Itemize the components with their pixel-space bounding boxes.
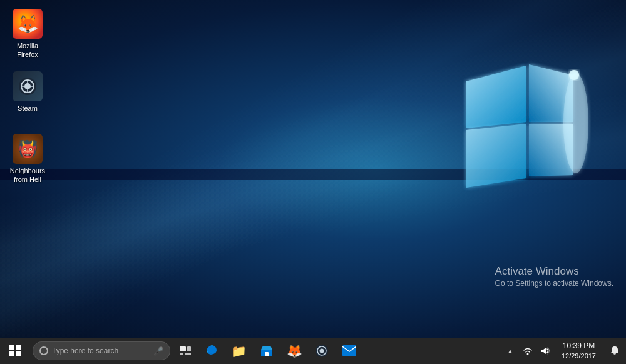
nfh-label: Neighbours from Hell	[5, 166, 50, 185]
windows-start-icon	[9, 345, 21, 356]
svg-marker-0	[466, 66, 526, 128]
pinned-steam[interactable]	[308, 338, 336, 364]
svg-rect-16	[187, 346, 191, 351]
svg-rect-24	[342, 345, 356, 356]
svg-rect-18	[185, 353, 191, 355]
steam-taskbar-icon	[315, 344, 329, 358]
activate-windows-watermark: Activate Windows Go to Settings to activ…	[495, 265, 613, 288]
steam-icon	[13, 71, 43, 101]
mail-icon	[342, 345, 356, 356]
svg-point-25	[526, 353, 528, 355]
firefox-taskbar-icon: 🦊	[287, 343, 302, 358]
nfh-icon: 👹	[13, 134, 43, 164]
start-button[interactable]	[0, 338, 30, 364]
task-view-button[interactable]	[173, 338, 198, 364]
microphone-icon: 🎤	[153, 346, 163, 356]
pinned-mail[interactable]	[336, 338, 363, 364]
clock[interactable]: 10:39 PM 12/29/2017	[554, 338, 603, 364]
desktop-icon-firefox[interactable]: Mozilla Firefox	[5, 6, 50, 62]
svg-rect-12	[16, 345, 21, 350]
svg-rect-13	[9, 351, 14, 356]
activate-title: Activate Windows	[495, 265, 613, 278]
desktop-icon-neighbours-from-hell[interactable]: 👹 Neighbours from Hell	[3, 131, 53, 187]
desktop: Mozilla Firefox Steam 👹 Neighbours from …	[0, 0, 626, 338]
volume-icon[interactable]	[536, 338, 554, 364]
steam-label: Steam	[18, 104, 38, 113]
svg-rect-14	[16, 351, 21, 356]
firefox-icon	[13, 9, 43, 39]
edge-icon	[205, 344, 218, 358]
svg-point-23	[320, 349, 324, 353]
pinned-edge[interactable]	[198, 338, 225, 364]
svg-point-4	[563, 73, 588, 173]
search-icon	[39, 346, 48, 355]
tray-overflow-button[interactable]: ▲	[501, 338, 519, 364]
desktop-icon-steam[interactable]: Steam	[5, 69, 50, 115]
network-icon[interactable]	[519, 338, 536, 364]
notification-button[interactable]	[603, 338, 626, 364]
notification-icon	[610, 346, 620, 356]
svg-marker-2	[466, 124, 526, 188]
svg-rect-20	[265, 352, 269, 356]
clock-date: 12/29/2017	[562, 351, 596, 361]
clock-time: 10:39 PM	[563, 341, 595, 351]
taskbar: Type here to search 🎤 📁 🦊	[0, 338, 626, 364]
store-icon	[260, 345, 273, 357]
pinned-firefox[interactable]: 🦊	[280, 338, 308, 364]
system-tray: ▲ 10:39 PM 12/29/2017	[501, 338, 626, 364]
file-explorer-icon: 📁	[232, 344, 247, 358]
pinned-store[interactable]	[253, 338, 280, 364]
svg-point-5	[569, 70, 579, 80]
activate-subtitle: Go to Settings to activate Windows.	[495, 279, 613, 288]
svg-rect-17	[180, 353, 183, 355]
pinned-file-explorer[interactable]: 📁	[225, 338, 253, 364]
svg-rect-15	[180, 346, 186, 351]
windows-logo	[429, 38, 592, 213]
search-bar[interactable]: Type here to search 🎤	[33, 341, 170, 360]
firefox-label: Mozilla Firefox	[8, 41, 48, 59]
task-view-icon	[180, 346, 191, 355]
svg-rect-11	[9, 345, 14, 350]
search-placeholder: Type here to search	[52, 346, 153, 355]
